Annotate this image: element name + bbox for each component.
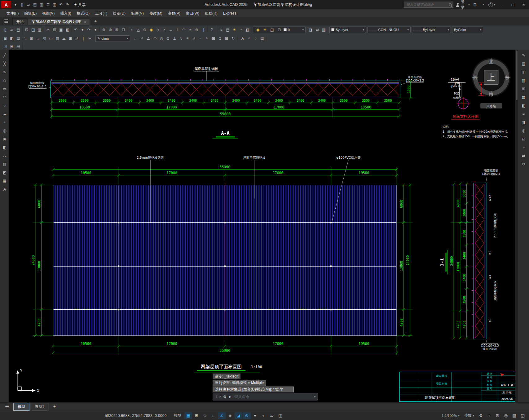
isolate-icon[interactable]: ◎: [502, 412, 510, 419]
selection-cycling-toggle[interactable]: ◫: [276, 412, 284, 419]
add-scale-icon[interactable]: ＋: [485, 412, 493, 419]
center-mark-icon[interactable]: ⊙: [217, 35, 223, 42]
clip-icon[interactable]: ▣: [9, 43, 15, 49]
boundary-icon[interactable]: ▭: [48, 35, 54, 42]
xline-icon[interactable]: ╳: [2, 60, 8, 67]
snap-app-icon[interactable]: ⊚: [194, 27, 200, 33]
dim-linear-icon[interactable]: ↔: [132, 35, 139, 42]
snap-center-icon[interactable]: ⊙: [142, 27, 148, 33]
menu-item-11[interactable]: 帮助(H): [202, 9, 220, 17]
quick-dim-icon[interactable]: ≈: [197, 35, 204, 42]
plot-icon[interactable]: ⊡: [24, 27, 30, 33]
snap-node-icon[interactable]: ◉: [148, 27, 154, 33]
snap-mid-icon[interactable]: △: [135, 27, 141, 33]
layer-properties-icon[interactable]: ≡: [218, 27, 224, 33]
search-box[interactable]: [404, 2, 453, 8]
command-input-bar[interactable]: ⠿ × ⚙ ► ▾: [213, 393, 318, 400]
linetype-dropdown[interactable]: ——— CON...NUOU ▾: [367, 27, 411, 33]
sign-in-button[interactable]: 登录 ▾: [456, 0, 470, 10]
units-dropdown[interactable]: 小数 ▾: [462, 412, 476, 419]
layer-match-icon[interactable]: ⇄: [314, 27, 320, 33]
redo-list-icon[interactable]: ▾: [92, 27, 99, 33]
dim-break-icon[interactable]: ⊟: [223, 35, 230, 42]
grid-toggle[interactable]: ▦: [184, 412, 192, 419]
layer-dropdown[interactable]: ◉☀◫⊡ 0 ▾: [253, 27, 306, 33]
hamburger-icon[interactable]: ☰: [2, 404, 12, 409]
isodraft-toggle[interactable]: ◈: [226, 412, 234, 419]
render-icon[interactable]: ◧: [521, 102, 527, 108]
make-block-icon[interactable]: ◧: [2, 144, 8, 150]
undo-icon[interactable]: ↶: [58, 2, 64, 8]
save-icon[interactable]: ▤: [15, 27, 21, 33]
new-icon[interactable]: ▯: [2, 27, 8, 33]
fullscreen-icon[interactable]: ◱: [519, 412, 527, 419]
trim-icon[interactable]: ✂: [87, 35, 93, 42]
rectangle-icon[interactable]: ▭: [2, 86, 8, 92]
lock-open-icon[interactable]: ◫: [269, 27, 275, 33]
revcloud-icon[interactable]: ☁: [2, 111, 8, 117]
write-block-icon[interactable]: ▤: [15, 35, 21, 42]
transparency-toggle[interactable]: ◐: [260, 412, 267, 419]
drag-handle-icon[interactable]: ⠿: [215, 395, 217, 399]
menu-item-1[interactable]: 编辑(E): [21, 9, 39, 17]
annotation-scale-icon[interactable]: ▤: [259, 35, 265, 42]
divide-icon[interactable]: ⊟: [28, 35, 34, 42]
properties-icon[interactable]: ▤: [521, 60, 527, 67]
drawing-canvas[interactable]: 3500350035003400340034003400340034003400…: [9, 50, 518, 402]
color-dropdown[interactable]: ByLayer ▾: [329, 27, 366, 33]
minimize-button[interactable]: –: [498, 2, 506, 7]
share-view-icon[interactable]: ⇄: [521, 153, 527, 159]
search-icon[interactable]: [449, 3, 452, 6]
gear-icon[interactable]: ⚙: [477, 412, 485, 419]
dim-update-icon[interactable]: ↻: [230, 35, 236, 42]
redo-icon[interactable]: ↷: [86, 27, 92, 33]
point-style-icon[interactable]: ∴: [22, 35, 28, 42]
views-icon[interactable]: ◔: [521, 144, 527, 150]
tab-start[interactable]: 开始: [12, 18, 27, 25]
polyline-icon[interactable]: ∿: [2, 69, 8, 75]
search-input[interactable]: [406, 2, 448, 7]
tool-palettes-icon[interactable]: ▥: [521, 77, 527, 83]
find-replace-icon[interactable]: ◌: [253, 35, 259, 42]
snap-par-icon[interactable]: ∥: [200, 27, 206, 33]
otrack-toggle[interactable]: ◢: [235, 412, 242, 419]
circle-icon[interactable]: ○: [2, 102, 8, 108]
help-button[interactable]: ? ▾: [488, 2, 496, 7]
hardware-accel-icon[interactable]: ▧: [510, 412, 518, 419]
dim-diameter-icon[interactable]: ⊘: [165, 35, 171, 42]
snap-int-icon[interactable]: ×: [161, 27, 167, 33]
dim-ordinate-icon[interactable]: ⊥: [171, 35, 178, 42]
scrollbar-thumb[interactable]: [516, 51, 518, 100]
snap-end-icon[interactable]: ▫: [129, 27, 135, 33]
command-input[interactable]: [234, 394, 312, 399]
wipeout-icon[interactable]: ▨: [54, 35, 60, 42]
table-icon[interactable]: ▦: [2, 178, 8, 184]
osnap-toggle[interactable]: ⊙: [243, 412, 251, 419]
dim-baseline-icon[interactable]: ≡: [184, 35, 191, 42]
edit-icon[interactable]: ✎: [521, 52, 527, 58]
spline-icon[interactable]: ≈: [2, 119, 8, 125]
layer-iso-icon[interactable]: ▥: [321, 27, 327, 33]
count-icon[interactable]: ⊡: [521, 136, 527, 142]
sun-icon[interactable]: ☀: [262, 27, 268, 33]
publish-icon[interactable]: ▥: [37, 27, 43, 33]
app-menu-icon[interactable]: ▾: [12, 2, 19, 8]
sheet-set-icon[interactable]: ⊞: [521, 86, 527, 92]
plot-on-icon[interactable]: ⊡: [276, 27, 282, 33]
layer-on-icon[interactable]: ☀: [231, 27, 237, 33]
menu-item-5[interactable]: 工具(T): [92, 9, 110, 17]
menu-item-3[interactable]: 插入(I): [57, 9, 74, 17]
offset-icon[interactable]: ∥: [80, 35, 86, 42]
menu-item-6[interactable]: 绘图(D): [110, 9, 128, 17]
insert-block-icon[interactable]: ▣: [2, 136, 8, 142]
snap-ins-icon[interactable]: →: [168, 27, 174, 33]
create-block-icon[interactable]: ◧: [9, 35, 15, 42]
plot-icon[interactable]: ⊡: [45, 2, 51, 8]
arc-icon[interactable]: ◠: [2, 94, 8, 100]
tab-document[interactable]: 某加油站双层网架结构设计图* ×: [28, 18, 90, 25]
text-style-dropdown[interactable]: ✎ dimn ▾: [95, 35, 130, 42]
command-line-panel[interactable]: 命令: _textedit当前设置: 编辑模式 = Multiple选择注释对象…: [213, 374, 318, 400]
plotstyle-dropdown[interactable]: ByColor ▾: [452, 27, 483, 33]
layers-icon[interactable]: ≡: [521, 111, 527, 117]
region-cmd-icon[interactable]: ◱: [41, 35, 47, 42]
